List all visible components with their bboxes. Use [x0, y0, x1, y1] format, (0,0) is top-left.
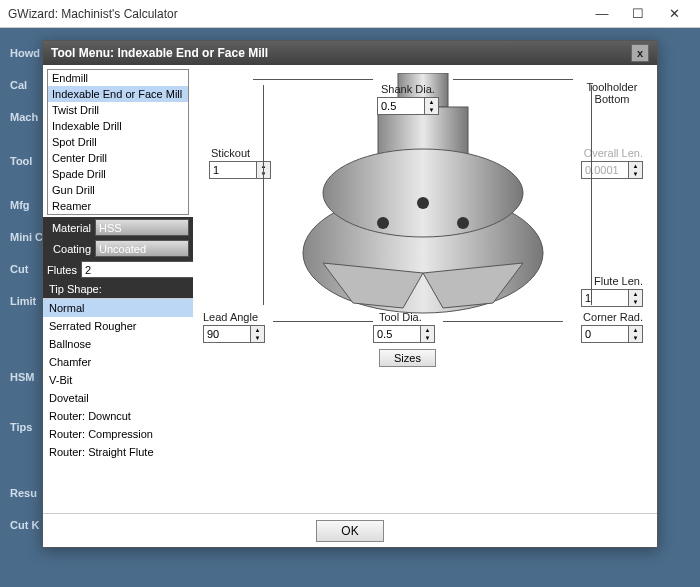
left-panel: Endmill Indexable End or Face Mill Twist…: [43, 65, 193, 513]
dialog-buttonbar: OK: [43, 513, 657, 547]
flutes-row: Flutes ▲▼: [43, 259, 193, 280]
tool-type-item[interactable]: Indexable Drill: [48, 118, 188, 134]
tool-menu-dialog: Tool Menu: Indexable End or Face Mill x …: [42, 40, 658, 548]
svg-point-6: [417, 197, 429, 209]
shank-dia-input[interactable]: [377, 97, 425, 115]
tip-shape-header: Tip Shape:: [43, 280, 193, 298]
ok-button[interactable]: OK: [316, 520, 383, 542]
tool-dia-field[interactable]: ▲▼: [373, 325, 435, 343]
corner-rad-field[interactable]: ▲▼: [581, 325, 643, 343]
minimize-button[interactable]: —: [584, 0, 620, 28]
svg-point-3: [323, 149, 523, 237]
stickout-label: Stickout: [211, 147, 250, 159]
flute-len-input[interactable]: [581, 289, 629, 307]
stickout-spinner[interactable]: ▲▼: [257, 161, 271, 179]
dialog-close-button[interactable]: x: [631, 44, 649, 62]
svg-point-4: [377, 217, 389, 229]
corner-rad-input[interactable]: [581, 325, 629, 343]
overall-len-label: Overall Len.: [584, 147, 643, 159]
corner-rad-spinner[interactable]: ▲▼: [629, 325, 643, 343]
shank-dia-field[interactable]: ▲▼: [377, 97, 439, 115]
tip-shape-list[interactable]: Normal Serrated Rougher Ballnose Chamfer…: [43, 298, 193, 461]
material-label: Material: [47, 222, 95, 234]
tool-dia-spinner[interactable]: ▲▼: [421, 325, 435, 343]
tip-shape-item[interactable]: Router: Compression: [43, 425, 193, 443]
tool-type-item[interactable]: Spade Drill: [48, 166, 188, 182]
tip-shape-item[interactable]: Chamfer: [43, 353, 193, 371]
tool-type-item[interactable]: Gun Drill: [48, 182, 188, 198]
material-row: Material HSS: [43, 217, 193, 238]
tool-type-item[interactable]: Center Drill: [48, 150, 188, 166]
coating-row: Coating Uncoated: [43, 238, 193, 259]
coating-label: Coating: [47, 243, 95, 255]
sizes-button[interactable]: Sizes: [379, 349, 436, 367]
app-title: GWizard: Machinist's Calculator: [8, 7, 178, 21]
maximize-button[interactable]: ☐: [620, 0, 656, 28]
tip-shape-item[interactable]: Dovetail: [43, 389, 193, 407]
close-button[interactable]: ✕: [656, 0, 692, 28]
svg-point-5: [457, 217, 469, 229]
stickout-input[interactable]: [209, 161, 257, 179]
tip-shape-item[interactable]: Router: Downcut: [43, 407, 193, 425]
main-titlebar: GWizard: Machinist's Calculator — ☐ ✕: [0, 0, 700, 28]
tool-type-item[interactable]: Reamer: [48, 198, 188, 214]
tool-type-item[interactable]: Spot Drill: [48, 134, 188, 150]
corner-rad-label: Corner Rad.: [583, 311, 643, 323]
lead-angle-field[interactable]: ▲▼: [203, 325, 265, 343]
toolholder-label: Toolholder Bottom: [577, 81, 647, 105]
tip-shape-item[interactable]: Serrated Rougher: [43, 317, 193, 335]
flutes-label: Flutes: [47, 264, 81, 276]
dialog-title-text: Tool Menu: Indexable End or Face Mill: [51, 46, 268, 60]
shank-dia-spinner[interactable]: ▲▼: [425, 97, 439, 115]
tool-type-item[interactable]: Twist Drill: [48, 102, 188, 118]
lead-angle-spinner[interactable]: ▲▼: [251, 325, 265, 343]
tool-type-item[interactable]: Endmill: [48, 70, 188, 86]
tool-type-item[interactable]: Indexable End or Face Mill: [48, 86, 188, 102]
overall-len-spinner[interactable]: ▲▼: [629, 161, 643, 179]
shank-dia-label: Shank Dia.: [381, 83, 435, 95]
coating-select[interactable]: Uncoated: [95, 240, 189, 257]
lead-angle-input[interactable]: [203, 325, 251, 343]
tip-shape-item[interactable]: Ballnose: [43, 335, 193, 353]
lead-angle-label: Lead Angle: [203, 311, 258, 323]
stickout-field[interactable]: ▲▼: [209, 161, 271, 179]
tool-dia-label: Tool Dia.: [379, 311, 422, 323]
tool-type-list[interactable]: Endmill Indexable End or Face Mill Twist…: [47, 69, 189, 215]
flute-len-label: Flute Len.: [594, 275, 643, 287]
tool-diagram-pane: Shank Dia. ▲▼ Toolholder Bottom Stickout…: [193, 65, 657, 513]
tip-shape-item[interactable]: Router: Straight Flute: [43, 443, 193, 461]
tip-shape-item[interactable]: Normal: [43, 299, 193, 317]
tip-shape-item[interactable]: V-Bit: [43, 371, 193, 389]
overall-len-input[interactable]: [581, 161, 629, 179]
dialog-titlebar: Tool Menu: Indexable End or Face Mill x: [43, 41, 657, 65]
tool-dia-input[interactable]: [373, 325, 421, 343]
flute-len-spinner[interactable]: ▲▼: [629, 289, 643, 307]
material-select[interactable]: HSS: [95, 219, 189, 236]
